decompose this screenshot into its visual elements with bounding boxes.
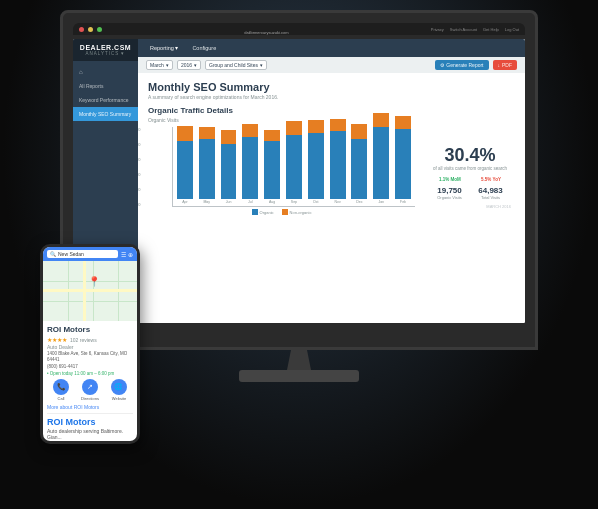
- bar-nonorganic: [351, 124, 367, 139]
- monitor-top-bar: dailbrmercurysuzuki.com Privacy Switch A…: [73, 23, 525, 35]
- bar-nonorganic: [395, 116, 411, 129]
- filter-bar: March ▾ 2016 ▾ Group and Child Sites ▾: [138, 57, 525, 73]
- stat-desc: of all visits came from organic search: [429, 166, 511, 171]
- bar-stack: [393, 116, 413, 199]
- organic-legend-label: Organic: [260, 210, 274, 215]
- month-filter[interactable]: March ▾: [146, 60, 173, 70]
- map-pin: 📍: [88, 276, 100, 287]
- bar-stack: [371, 113, 391, 199]
- phone-screen: 🔍 New Sedan ☰ ⊕ 📍: [43, 247, 137, 441]
- sidebar-item-home[interactable]: ⌂: [73, 65, 138, 79]
- get-help-link[interactable]: Get Help: [483, 27, 499, 32]
- generate-icon: ⚙: [440, 62, 444, 68]
- mom-stat: 1.1% MoM: [439, 177, 461, 182]
- website-action[interactable]: 🌐 Website: [111, 379, 127, 401]
- pdf-label: PDF: [502, 62, 512, 68]
- monitor-base: [239, 370, 359, 382]
- phone-number: (800) 691-4417: [47, 364, 133, 370]
- bar-nonorganic: [330, 119, 346, 131]
- business-type: Auto Dealer: [47, 344, 133, 350]
- bar-label: Sep: [291, 200, 297, 204]
- bar-organic: [286, 135, 302, 199]
- organic-legend-dot: [252, 209, 258, 215]
- map-road: [43, 289, 137, 292]
- bar-stack: [175, 126, 195, 199]
- review-count: 102 reviews: [70, 337, 97, 343]
- phone-search-text: New Sedan: [58, 251, 84, 257]
- bar-organic: [199, 139, 215, 199]
- content-area: Monthly SEO Summary A summary of search …: [138, 73, 525, 323]
- bar-organic: [351, 139, 367, 199]
- phone-action-row: 📞 Call ↗ Directions 🌐 Website: [47, 379, 133, 401]
- bar-nonorganic: [308, 120, 324, 133]
- business-name: ROI Motors: [47, 325, 133, 334]
- bar-organic: [221, 144, 237, 199]
- bar-nonorganic: [286, 121, 302, 135]
- bar-nonorganic: [264, 130, 280, 141]
- address-bar: dailbrmercurysuzuki.com: [244, 30, 288, 35]
- total-visits-label: Total Visits: [478, 195, 502, 200]
- bar-organic: [395, 129, 411, 199]
- year-chevron-icon: ▾: [194, 62, 197, 68]
- bar-group: Apr: [175, 126, 195, 204]
- more-about-link[interactable]: More about ROI Motors: [47, 404, 133, 410]
- bar-group: Feb: [393, 116, 413, 204]
- nav-configure[interactable]: Configure: [188, 43, 220, 53]
- bar-stack: [284, 121, 304, 199]
- bar-stack: [240, 124, 260, 199]
- call-action[interactable]: 📞 Call: [53, 379, 69, 401]
- group-filter[interactable]: Group and Child Sites ▾: [205, 60, 267, 70]
- group-value: Group and Child Sites: [209, 62, 258, 68]
- pdf-button[interactable]: ↓ PDF: [493, 60, 518, 70]
- close-dot: [79, 27, 84, 32]
- bar-organic: [177, 141, 193, 199]
- monitor-neck: [279, 350, 319, 370]
- bar-group: May: [197, 127, 217, 204]
- business-name-large: ROI Motors: [47, 417, 133, 427]
- nonorganic-legend-label: Non-organic: [290, 210, 312, 215]
- nonorganic-legend-dot: [282, 209, 288, 215]
- home-icon: ⌂: [79, 69, 83, 75]
- nav-reporting[interactable]: Reporting ▾: [146, 43, 182, 53]
- bar-group: Nov: [328, 119, 348, 204]
- phone-search-box[interactable]: 🔍 New Sedan: [47, 250, 118, 258]
- sidebar-item-keyword-performance[interactable]: Keyword Performance: [73, 93, 138, 107]
- website-label: Website: [112, 396, 126, 401]
- total-visits-block: 64,983 Total Visits: [478, 186, 502, 200]
- sidebar-keyword-label: Keyword Performance: [79, 97, 128, 103]
- yoy-stat: 5.5% YoY: [481, 177, 501, 182]
- business-address: 1400 Blake Ave, Ste 6, Kansas City, MO 6…: [47, 351, 133, 370]
- business-hours: • Open today 11:00 am – 6:00 pm: [47, 371, 133, 376]
- bar-label: Nov: [334, 200, 340, 204]
- bar-organic: [330, 131, 346, 199]
- page-subtitle: A summary of search engine optimizations…: [148, 94, 515, 100]
- sidebar-item-monthly-seo[interactable]: Monthly SEO Summary: [73, 107, 138, 121]
- bar-stack: [262, 130, 282, 199]
- business-stars: ★★★★ 102 reviews: [47, 336, 133, 343]
- stat-row: 1.1% MoM 5.5% YoY: [429, 177, 511, 182]
- section-title: Organic Traffic Details: [148, 106, 515, 115]
- privacy-link[interactable]: Privacy: [431, 27, 444, 32]
- divider: [47, 413, 133, 414]
- bar-nonorganic: [177, 126, 193, 141]
- phone-icons: ☰ ⊕: [121, 251, 133, 258]
- sidebar-nav: ⌂ All Reports Keyword Performance Monthl…: [73, 61, 138, 125]
- stat-numbers: 19,750 Organic Visits 64,983 Total Visit…: [429, 186, 511, 200]
- organic-visits-label: Organic Visits: [437, 195, 462, 200]
- total-visits-value: 64,983: [478, 186, 502, 195]
- legend-organic: Organic: [252, 209, 274, 215]
- bar-organic: [264, 141, 280, 199]
- bar-group: Sep: [284, 121, 304, 204]
- map-grid-line: [43, 301, 137, 302]
- year-filter[interactable]: 2016 ▾: [177, 60, 201, 70]
- generate-report-button[interactable]: ⚙ Generate Report: [435, 60, 488, 70]
- directions-action[interactable]: ↗ Directions: [81, 379, 99, 401]
- switch-account-link[interactable]: Switch Account: [450, 27, 477, 32]
- log-out-link[interactable]: Log Out: [505, 27, 519, 32]
- chart-wrapper: 600,000 500,000 400,000 300,000 200,000 …: [148, 127, 415, 227]
- phone-device: 🔍 New Sedan ☰ ⊕ 📍: [40, 244, 140, 444]
- business-desc: Auto dealership serving Baltimore. Gian.…: [47, 428, 133, 440]
- bar-nonorganic: [242, 124, 258, 137]
- sidebar-item-all-reports[interactable]: All Reports: [73, 79, 138, 93]
- page-title: Monthly SEO Summary: [148, 81, 515, 93]
